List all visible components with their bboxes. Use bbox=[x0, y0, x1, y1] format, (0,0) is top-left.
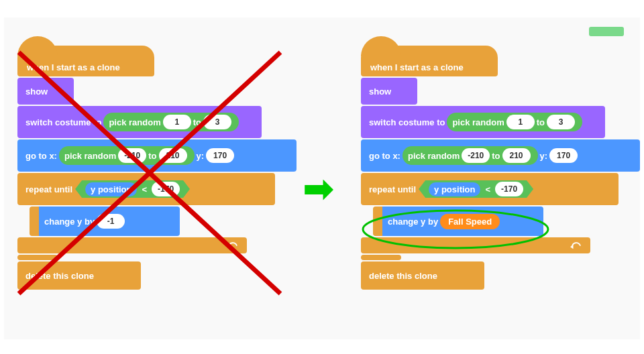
hat-when-start-clone[interactable]: when I start as a clone bbox=[17, 46, 154, 76]
num-input[interactable]: -1 bbox=[97, 214, 125, 229]
num-input[interactable]: 170 bbox=[206, 148, 234, 163]
delete-clone-label: delete this clone bbox=[25, 271, 94, 281]
num-input[interactable]: -210 bbox=[118, 148, 146, 163]
num-input[interactable]: 1 bbox=[506, 115, 535, 129]
show-block[interactable]: show bbox=[17, 78, 74, 105]
repeat-until-block[interactable]: repeat until y position < -170 bbox=[17, 173, 275, 205]
repeat-foot bbox=[361, 237, 590, 253]
num-input[interactable]: -210 bbox=[462, 148, 490, 163]
switch-costume-block[interactable]: switch costume to pick random 1 to 3 bbox=[361, 106, 605, 138]
num-input[interactable]: 3 bbox=[203, 115, 231, 129]
num-input[interactable]: -170 bbox=[152, 182, 180, 196]
y-position-reporter[interactable]: y position bbox=[85, 182, 137, 196]
y-label: y: bbox=[540, 151, 548, 161]
num-input[interactable]: -170 bbox=[495, 182, 523, 196]
lt-label: < bbox=[142, 184, 147, 194]
to-label: to bbox=[148, 151, 156, 161]
switch-label: switch costume to bbox=[25, 117, 101, 127]
less-than-operator[interactable]: y position < -170 bbox=[75, 180, 190, 198]
delete-clone-label: delete this clone bbox=[369, 271, 437, 281]
show-label: show bbox=[369, 86, 391, 97]
goto-x-label: go to x: bbox=[25, 151, 57, 161]
show-block[interactable]: show bbox=[361, 78, 417, 105]
c-gap bbox=[361, 255, 401, 260]
num-input[interactable]: 210 bbox=[502, 148, 531, 163]
y-label: y: bbox=[197, 151, 205, 161]
show-label: show bbox=[25, 86, 48, 97]
lt-label: < bbox=[485, 184, 490, 194]
pick-random-label: pick random bbox=[408, 151, 460, 161]
script-correct: when I start as a clone show switch cost… bbox=[361, 46, 635, 291]
c-gap bbox=[17, 255, 58, 260]
loop-arrow-icon bbox=[570, 241, 582, 250]
to-label: to bbox=[537, 117, 545, 127]
delete-clone-block[interactable]: delete this clone bbox=[17, 261, 141, 290]
change-y-by-block[interactable]: change y by Fall Speed bbox=[373, 206, 543, 236]
repeat-until-label: repeat until bbox=[25, 184, 72, 194]
goto-x-label: go to x: bbox=[369, 151, 400, 161]
to-label: to bbox=[193, 117, 201, 127]
num-input[interactable]: 1 bbox=[163, 115, 191, 129]
badge bbox=[589, 27, 624, 36]
hat-label: when I start as a clone bbox=[370, 62, 464, 72]
pick-random-reporter[interactable]: pick random 1 to 3 bbox=[447, 113, 582, 131]
y-position-reporter[interactable]: y position bbox=[429, 182, 480, 196]
switch-costume-block[interactable]: switch costume to pick random 1 to 3 bbox=[17, 106, 262, 138]
variable-fall-speed[interactable]: Fall Speed bbox=[440, 214, 500, 229]
num-input[interactable]: 210 bbox=[159, 148, 187, 163]
pick-random-label: pick random bbox=[452, 117, 504, 127]
pick-random-reporter[interactable]: pick random -210 to 210 bbox=[402, 146, 538, 165]
change-y-by-block[interactable]: change y by -1 bbox=[30, 206, 180, 236]
arrow-right-icon: ➡ bbox=[303, 170, 333, 206]
repeat-until-label: repeat until bbox=[369, 184, 416, 194]
to-label: to bbox=[492, 151, 500, 161]
repeat-until-block[interactable]: repeat until y position < -170 bbox=[361, 173, 619, 205]
less-than-operator[interactable]: y position < -170 bbox=[419, 180, 533, 198]
change-y-label: change y by bbox=[44, 217, 95, 227]
goto-xy-block[interactable]: go to x: pick random -210 to 210 y: 170 bbox=[361, 139, 640, 172]
hat-label: when I start as a clone bbox=[27, 62, 120, 72]
goto-xy-block[interactable]: go to x: pick random -210 to 210 y: 170 bbox=[17, 139, 297, 172]
pick-random-label: pick random bbox=[64, 151, 116, 161]
switch-label: switch costume to bbox=[369, 117, 445, 127]
hat-when-start-clone[interactable]: when I start as a clone bbox=[361, 46, 498, 76]
loop-arrow-icon bbox=[227, 241, 239, 250]
pick-random-reporter[interactable]: pick random 1 to 3 bbox=[103, 113, 239, 131]
num-input[interactable]: 170 bbox=[549, 148, 578, 163]
pick-random-label: pick random bbox=[109, 117, 160, 127]
script-incorrect: when I start as a clone show switch cost… bbox=[17, 46, 291, 291]
delete-clone-block[interactable]: delete this clone bbox=[361, 261, 484, 290]
num-input[interactable]: 3 bbox=[547, 115, 575, 129]
pick-random-reporter[interactable]: pick random -210 to 210 bbox=[59, 146, 195, 165]
change-y-label: change y by bbox=[388, 217, 438, 227]
repeat-foot bbox=[17, 237, 247, 253]
